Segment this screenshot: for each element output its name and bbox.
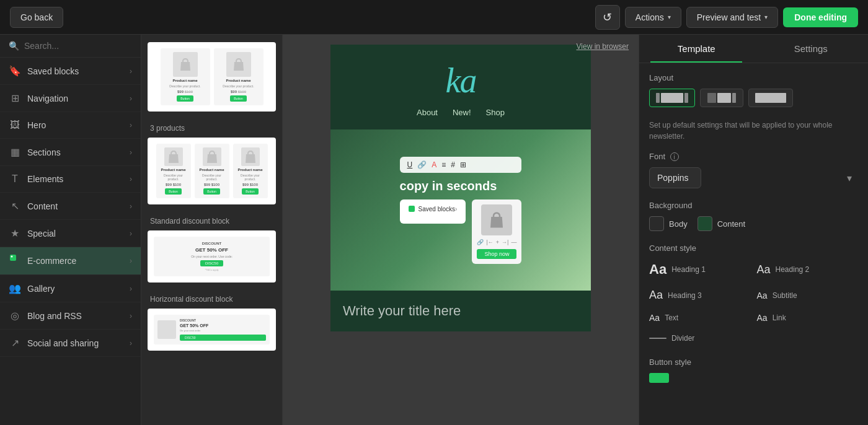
button-style-preview[interactable] bbox=[649, 373, 669, 383]
nav-item-shop[interactable]: Shop bbox=[486, 108, 505, 117]
font-info-icon[interactable]: i bbox=[670, 152, 679, 161]
button-style-section: Button style bbox=[649, 357, 858, 383]
sidebar-label-content: Content bbox=[27, 201, 58, 211]
content-color-swatch[interactable] bbox=[698, 216, 712, 231]
sidebar-item-blog-rss[interactable]: ◎ Blog and RSS › bbox=[0, 302, 141, 330]
photo-icon: 👥 bbox=[9, 283, 21, 294]
canvas-area: View in browser ka About New! Shop U bbox=[283, 35, 639, 425]
block-preview-2products[interactable]: Product name Describe your product. $99 … bbox=[148, 42, 276, 112]
layout-option-narrow[interactable] bbox=[700, 89, 743, 107]
block-label-horizontal-discount: Horizontal discount block bbox=[148, 295, 276, 304]
content-color-item: Content bbox=[698, 216, 746, 231]
block-preview-standard-discount[interactable]: DISCOUNT GET 50% OFF On your next order.… bbox=[148, 230, 276, 283]
search-input[interactable] bbox=[24, 41, 132, 51]
text-aa: Aa bbox=[649, 313, 660, 323]
style-item-heading3[interactable]: Aa Heading 3 bbox=[649, 286, 751, 304]
sidebar-item-sections[interactable]: ▦ Sections › bbox=[0, 139, 141, 166]
block-item-3products: 3 products Product name Describe your pr… bbox=[148, 124, 276, 204]
view-in-browser-link[interactable]: View in browser bbox=[577, 42, 629, 51]
font-select-wrapper: Poppins Arial Georgia Helvetica Verdana bbox=[649, 167, 858, 188]
layout-col-narrow-right bbox=[732, 93, 736, 103]
color-icon: A bbox=[432, 160, 436, 169]
subtitle-label: Subtitle bbox=[773, 291, 797, 300]
link-icon-2: 🔗 bbox=[477, 239, 484, 245]
dash-icon: — bbox=[511, 239, 516, 245]
bookmark-icon: 🔖 bbox=[9, 65, 21, 77]
email-title-section: Write your title here bbox=[330, 291, 591, 331]
sidebar-label-ecommerce: E-commerce bbox=[27, 256, 76, 266]
block-label-3products: 3 products bbox=[148, 124, 276, 133]
sidebar-label-gallery: Gallery bbox=[27, 284, 55, 294]
tab-settings[interactable]: Settings bbox=[754, 35, 869, 63]
layout-col-wide bbox=[755, 93, 786, 103]
heading1-aa: Aa bbox=[649, 261, 666, 278]
style-item-heading2[interactable]: Aa Heading 2 bbox=[757, 259, 859, 280]
sidebar-item-special[interactable]: ★ Special › bbox=[0, 220, 141, 247]
sidebar-label-special: Special bbox=[27, 229, 56, 239]
sidebar-item-content[interactable]: ↖ Content › bbox=[0, 193, 141, 220]
layout-col-narrow-left bbox=[707, 93, 716, 103]
layout-option-wide[interactable] bbox=[748, 89, 793, 107]
style-item-heading1[interactable]: Aa Heading 1 bbox=[649, 259, 751, 280]
button-style-label: Button style bbox=[649, 357, 858, 367]
history-icon: ↺ bbox=[603, 11, 612, 24]
tag-icon bbox=[9, 255, 21, 267]
done-editing-button[interactable]: Done editing bbox=[783, 7, 858, 27]
more-icon: ⊞ bbox=[460, 160, 466, 169]
actions-button[interactable]: Actions ▾ bbox=[625, 7, 681, 28]
style-item-link[interactable]: Aa Link bbox=[757, 310, 859, 325]
actions-label: Actions bbox=[636, 12, 664, 22]
align-center-icon: + bbox=[496, 239, 499, 245]
content-style-grid: Aa Heading 1 Aa Heading 2 Aa Heading 3 A… bbox=[649, 259, 858, 345]
cursor-icon: ↖ bbox=[9, 200, 21, 212]
nav-item-new[interactable]: New! bbox=[453, 108, 471, 117]
sidebar-item-social-sharing[interactable]: ↗ Social and sharing › bbox=[0, 330, 141, 357]
style-item-divider[interactable]: Divider bbox=[649, 331, 751, 345]
email-nav: About New! Shop bbox=[417, 108, 505, 117]
history-button[interactable]: ↺ bbox=[595, 5, 620, 30]
block-preview-3products[interactable]: Product name Describe your product. $99 … bbox=[148, 138, 276, 204]
link-icon: 🔗 bbox=[417, 160, 427, 169]
background-section: Background Body Content bbox=[649, 201, 858, 231]
chevron-right-icon: › bbox=[130, 312, 132, 320]
svg-rect-0 bbox=[10, 255, 16, 261]
content-style-section: Content style Aa Heading 1 Aa Heading 2 … bbox=[649, 243, 858, 345]
chevron-right-icon: › bbox=[130, 284, 132, 293]
email-title-text[interactable]: Write your title here bbox=[343, 303, 578, 319]
rss-icon: ◎ bbox=[9, 310, 21, 322]
font-label: Font i bbox=[649, 152, 858, 161]
sidebar-item-gallery[interactable]: 👥 Gallery › bbox=[0, 275, 141, 302]
style-item-subtitle[interactable]: Aa Subtitle bbox=[757, 286, 859, 304]
go-back-button[interactable]: Go back bbox=[10, 7, 63, 28]
sidebar-item-elements[interactable]: T Elements › bbox=[0, 166, 141, 193]
preview-label: Preview and test bbox=[697, 12, 761, 22]
sidebar-item-saved-blocks[interactable]: 🔖 Saved blocks › bbox=[0, 58, 141, 85]
sidebar-item-navigation[interactable]: ⊞ Navigation › bbox=[0, 85, 141, 112]
background-label: Background bbox=[649, 201, 858, 210]
preview-button[interactable]: Preview and test ▾ bbox=[686, 7, 779, 28]
layout-label: Layout bbox=[649, 73, 858, 82]
font-select[interactable]: Poppins Arial Georgia Helvetica Verdana bbox=[649, 167, 701, 188]
divider-preview bbox=[649, 338, 666, 339]
block-item-2products: Product name Describe your product. $99 … bbox=[148, 42, 276, 112]
content-label: Content bbox=[717, 219, 746, 229]
layout-option-full[interactable] bbox=[649, 89, 695, 107]
divider-label: Divider bbox=[671, 334, 694, 343]
hash-icon: # bbox=[451, 160, 455, 169]
layout-section: Layout bbox=[649, 73, 858, 107]
sidebar-item-hero[interactable]: 🖼 Hero › bbox=[0, 112, 141, 139]
sidebar-item-ecommerce[interactable]: E-commerce › bbox=[0, 247, 141, 275]
align-right-icon: →| bbox=[502, 239, 508, 245]
heading2-aa: Aa bbox=[757, 263, 771, 276]
sidebar-label-hero: Hero bbox=[27, 120, 46, 130]
style-item-text[interactable]: Aa Text bbox=[649, 310, 751, 325]
layout-options bbox=[649, 89, 858, 107]
block-preview-horizontal-discount[interactable]: DISCOUNT GET 50% OFF On your next order … bbox=[148, 309, 276, 351]
layout-col-left bbox=[656, 93, 660, 103]
layout-description: Set up default settings that will be app… bbox=[649, 120, 858, 142]
tab-template[interactable]: Template bbox=[639, 35, 754, 63]
share-icon: ↗ bbox=[9, 337, 21, 349]
nav-item-about[interactable]: About bbox=[417, 108, 438, 117]
chevron-right-icon: › bbox=[130, 67, 132, 76]
body-color-swatch[interactable] bbox=[649, 216, 664, 231]
